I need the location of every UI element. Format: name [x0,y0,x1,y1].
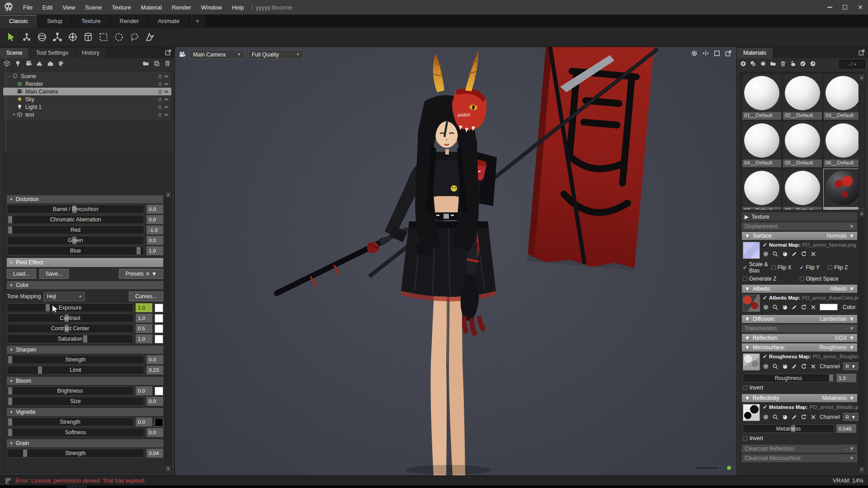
add-palette-button[interactable] [58,60,65,68]
tab-materials[interactable]: Materials [737,48,773,58]
value-field[interactable]: 0.04 [146,449,163,458]
gear-icon[interactable] [763,304,769,310]
channel-mode-dropdown[interactable]: Normals▼ [826,233,854,239]
value-field[interactable]: 0.0 [146,215,163,224]
slider-track[interactable]: Exposure [7,303,133,312]
viewport-popout-icon[interactable] [725,50,732,57]
channel-mode-dropdown[interactable]: -▼ [845,325,854,332]
channel-mode-dropdown[interactable]: Metalness▼ [822,395,854,401]
color-swatch[interactable] [155,314,163,323]
value-field[interactable]: 0.0 [146,397,163,406]
slider-handle[interactable] [8,226,12,234]
refresh-icon[interactable] [801,251,807,257]
invert-checkbox[interactable] [743,385,747,390]
pencil-icon[interactable] [791,414,797,420]
channel-header-displacement-[interactable]: Displacement:-▼ [742,222,857,230]
material-save-button[interactable] [810,61,816,68]
material-load-button[interactable] [800,61,806,68]
value-field[interactable]: 0.0 [146,428,163,437]
folder-button[interactable] [142,60,149,68]
albedo-color-swatch[interactable] [820,304,838,310]
workspace-tab-texture[interactable]: Texture [72,15,110,28]
checkbox-object-space[interactable]: Object Space [800,276,857,282]
channel-mode-dropdown[interactable]: -▼ [845,223,854,230]
slider-track[interactable]: Red [7,225,144,235]
value-field[interactable]: 1.0 [136,303,152,312]
gear-icon[interactable] [763,414,769,420]
invert-checkbox[interactable] [743,436,747,441]
refresh-icon[interactable] [801,414,807,420]
lock-icon[interactable] [157,104,163,110]
add-house-button[interactable] [47,60,54,68]
slider-track[interactable]: Roughness [743,374,834,382]
popout-icon[interactable] [165,49,172,56]
channels-scrollbar[interactable]: ▲ ▼ [859,211,864,473]
channel-header-clearcoat-reflection-[interactable]: Clearcoat Reflection:-▼ [742,445,857,453]
value-field[interactable]: 0.0 [146,236,163,245]
value-field[interactable]: 0.5 [136,324,152,333]
channel-header-microsurface-[interactable]: ▼Microsurface:Roughness▼ [742,343,857,352]
materials-scrollbar[interactable]: ▲ ▼ [859,75,864,214]
visibility-icon[interactable] [163,74,170,79]
scroll-up-icon[interactable]: ▲ [859,75,864,80]
tree-item-render[interactable]: Render [3,80,171,88]
texture-thumbnail[interactable] [743,353,760,371]
value-field[interactable]: 1.0 [136,314,152,323]
slider-track[interactable]: Contrast [7,314,133,323]
value-field[interactable]: 0.0 [136,386,152,395]
presets-button[interactable]: Presets≡▼ [119,269,163,279]
material-tile-07__default[interactable]: 07__Default [742,169,781,215]
tab-scene[interactable]: Scene [0,48,28,58]
value-field[interactable]: 0.0 [136,418,152,427]
texture-section-header[interactable]: ▶ Texture [742,212,857,221]
tool-marquee[interactable] [96,29,111,45]
channel-header-clearcoat-microsurface-[interactable]: Clearcoat Microsurface:-▼ [742,454,857,462]
slider-track[interactable]: Metalness [743,424,834,433]
scroll-down-icon[interactable]: ▼ [165,466,171,472]
check-icon[interactable]: ✓ [763,404,767,410]
channel-select-dropdown[interactable]: R▼ [843,413,859,421]
material-tile-05__default[interactable]: 05__Default [783,122,822,167]
material-tile-04__default[interactable]: 04__Default [742,122,781,167]
slider-track[interactable]: Limit [7,366,144,375]
trash-button[interactable] [164,60,171,68]
color-swatch[interactable] [155,335,163,343]
menu-edit[interactable]: Edit [38,0,57,15]
visibility-icon[interactable] [163,112,170,117]
visibility-icon[interactable] [163,97,170,102]
menu-file[interactable]: File [18,0,38,15]
slider-handle[interactable] [23,450,27,457]
scroll-up-icon[interactable]: ▲ [859,211,864,216]
curves-button[interactable]: Curves... [129,291,163,301]
section-header-bloom[interactable]: ▼Bloom [7,377,163,385]
section-header-distortion[interactable]: ▼Distortion [7,195,163,203]
close-icon[interactable] [810,304,816,310]
pencil-icon[interactable] [791,304,797,310]
expander-icon[interactable]: + [11,112,17,117]
slider-handle[interactable] [829,375,833,381]
tool-ellipse[interactable] [111,29,127,45]
material-tile-02__default[interactable]: 02__Default [783,74,822,120]
texture-thumbnail[interactable] [743,295,760,312]
lock-icon[interactable] [157,97,163,102]
section-header-post-effect[interactable]: ▼Post Effect [7,258,163,267]
tone-mapping-dropdown[interactable]: Hejl▼ [43,292,85,301]
value-field[interactable]: -1.0 [146,225,163,235]
slider-track[interactable]: Contrast Center [7,324,133,333]
channel-header-transmission-[interactable]: Transmission:-▼ [742,324,857,333]
material-trash-button[interactable] [780,61,786,68]
material-tile-01__default[interactable]: 01__Default [742,74,781,120]
slider-handle[interactable] [137,247,141,254]
check-icon[interactable]: ✓ [763,242,767,248]
check-icon[interactable]: ✓ [763,295,767,301]
checkbox-generate-z[interactable]: Generate Z [743,276,800,282]
add-bulb-button[interactable] [14,60,21,68]
pencil-icon[interactable] [791,363,797,370]
slider-track[interactable]: Size [7,397,144,406]
minimize-button[interactable] [822,0,837,15]
tool-translate[interactable] [19,29,34,45]
viewport-split-icon[interactable] [702,50,709,57]
material-dup-button[interactable] [750,61,756,68]
color-swatch[interactable] [155,324,163,333]
slider-track[interactable]: Green [7,236,144,245]
